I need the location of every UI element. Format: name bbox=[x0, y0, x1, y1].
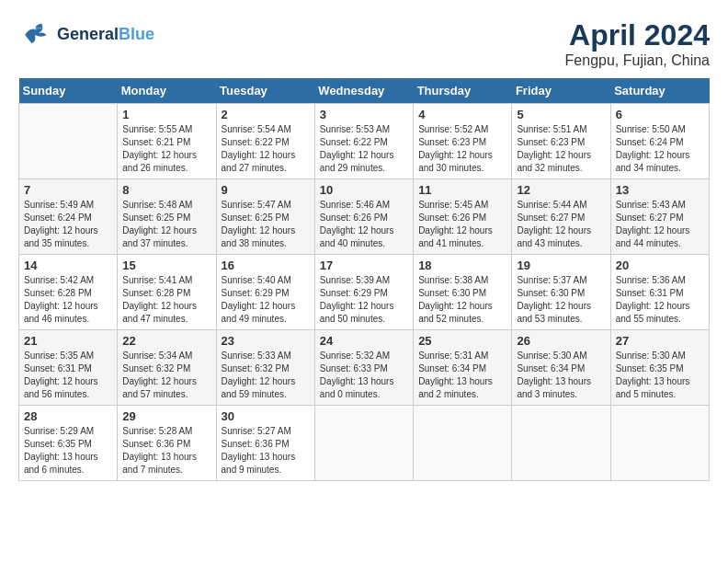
day-info: Sunrise: 5:32 AM Sunset: 6:33 PM Dayligh… bbox=[320, 350, 408, 401]
day-number: 22 bbox=[122, 334, 210, 348]
title-block: April 2024 Fengpu, Fujian, China bbox=[565, 18, 710, 69]
day-number: 2 bbox=[222, 108, 310, 121]
calendar-day-cell bbox=[19, 104, 118, 179]
logo-icon bbox=[18, 18, 51, 52]
calendar-day-cell: 25Sunrise: 5:31 AM Sunset: 6:34 PM Dayli… bbox=[414, 330, 512, 406]
calendar-day-cell: 23Sunrise: 5:33 AM Sunset: 6:32 PM Dayli… bbox=[216, 330, 314, 406]
location-title: Fengpu, Fujian, China bbox=[565, 52, 710, 69]
calendar-day-cell: 10Sunrise: 5:46 AM Sunset: 6:26 PM Dayli… bbox=[314, 179, 413, 255]
day-number: 4 bbox=[418, 108, 506, 121]
day-number: 8 bbox=[122, 183, 210, 197]
calendar-body: 1Sunrise: 5:55 AM Sunset: 6:21 PM Daylig… bbox=[19, 104, 710, 481]
day-number: 11 bbox=[418, 183, 506, 197]
calendar-day-cell bbox=[512, 406, 610, 481]
calendar-day-cell: 8Sunrise: 5:48 AM Sunset: 6:25 PM Daylig… bbox=[118, 179, 216, 255]
day-number: 24 bbox=[320, 334, 408, 348]
day-info: Sunrise: 5:41 AM Sunset: 6:28 PM Dayligh… bbox=[122, 274, 210, 326]
day-number: 5 bbox=[517, 108, 605, 121]
day-number: 27 bbox=[616, 334, 704, 348]
day-info: Sunrise: 5:34 AM Sunset: 6:32 PM Dayligh… bbox=[122, 350, 210, 401]
day-number: 29 bbox=[122, 409, 210, 423]
day-info: Sunrise: 5:48 AM Sunset: 6:25 PM Dayligh… bbox=[122, 199, 210, 250]
day-number: 15 bbox=[122, 259, 210, 272]
calendar-day-cell: 21Sunrise: 5:35 AM Sunset: 6:31 PM Dayli… bbox=[19, 330, 118, 406]
weekday-header-cell: Monday bbox=[118, 78, 216, 104]
calendar-day-cell: 13Sunrise: 5:43 AM Sunset: 6:27 PM Dayli… bbox=[610, 179, 709, 255]
calendar-day-cell: 1Sunrise: 5:55 AM Sunset: 6:21 PM Daylig… bbox=[118, 104, 216, 179]
day-info: Sunrise: 5:33 AM Sunset: 6:32 PM Dayligh… bbox=[222, 350, 310, 401]
day-info: Sunrise: 5:35 AM Sunset: 6:31 PM Dayligh… bbox=[24, 350, 112, 401]
weekday-header-cell: Saturday bbox=[610, 78, 709, 104]
calendar-day-cell: 18Sunrise: 5:38 AM Sunset: 6:30 PM Dayli… bbox=[414, 255, 512, 330]
calendar-day-cell: 28Sunrise: 5:29 AM Sunset: 6:35 PM Dayli… bbox=[19, 406, 118, 481]
day-info: Sunrise: 5:42 AM Sunset: 6:28 PM Dayligh… bbox=[24, 274, 112, 326]
day-info: Sunrise: 5:30 AM Sunset: 6:34 PM Dayligh… bbox=[517, 350, 605, 401]
calendar-day-cell: 14Sunrise: 5:42 AM Sunset: 6:28 PM Dayli… bbox=[19, 255, 118, 330]
calendar-day-cell: 16Sunrise: 5:40 AM Sunset: 6:29 PM Dayli… bbox=[216, 255, 314, 330]
weekday-header-cell: Sunday bbox=[19, 78, 118, 104]
day-number: 25 bbox=[418, 334, 506, 348]
day-info: Sunrise: 5:36 AM Sunset: 6:31 PM Dayligh… bbox=[616, 274, 704, 326]
day-info: Sunrise: 5:31 AM Sunset: 6:34 PM Dayligh… bbox=[418, 350, 506, 401]
calendar-week-row: 28Sunrise: 5:29 AM Sunset: 6:35 PM Dayli… bbox=[19, 406, 710, 481]
day-number: 20 bbox=[616, 259, 704, 272]
day-number: 6 bbox=[616, 108, 704, 121]
calendar-day-cell: 12Sunrise: 5:44 AM Sunset: 6:27 PM Dayli… bbox=[512, 179, 610, 255]
calendar-day-cell: 27Sunrise: 5:30 AM Sunset: 6:35 PM Dayli… bbox=[610, 330, 709, 406]
calendar-day-cell: 5Sunrise: 5:51 AM Sunset: 6:23 PM Daylig… bbox=[512, 104, 610, 179]
day-info: Sunrise: 5:53 AM Sunset: 6:22 PM Dayligh… bbox=[320, 123, 408, 175]
calendar-day-cell bbox=[314, 406, 413, 481]
day-info: Sunrise: 5:40 AM Sunset: 6:29 PM Dayligh… bbox=[222, 274, 310, 326]
day-number: 26 bbox=[517, 334, 605, 348]
day-number: 21 bbox=[24, 334, 112, 348]
day-number: 9 bbox=[222, 183, 310, 197]
page-header: GeneralBlue April 2024 Fengpu, Fujian, C… bbox=[18, 18, 710, 69]
day-info: Sunrise: 5:50 AM Sunset: 6:24 PM Dayligh… bbox=[616, 123, 704, 175]
month-title: April 2024 bbox=[565, 18, 710, 52]
calendar-day-cell: 19Sunrise: 5:37 AM Sunset: 6:30 PM Dayli… bbox=[512, 255, 610, 330]
calendar-day-cell: 11Sunrise: 5:45 AM Sunset: 6:26 PM Dayli… bbox=[414, 179, 512, 255]
calendar-week-row: 7Sunrise: 5:49 AM Sunset: 6:24 PM Daylig… bbox=[19, 179, 710, 255]
calendar-day-cell bbox=[414, 406, 512, 481]
day-number: 19 bbox=[517, 259, 605, 272]
calendar-day-cell: 20Sunrise: 5:36 AM Sunset: 6:31 PM Dayli… bbox=[610, 255, 709, 330]
calendar-day-cell: 15Sunrise: 5:41 AM Sunset: 6:28 PM Dayli… bbox=[118, 255, 216, 330]
day-info: Sunrise: 5:49 AM Sunset: 6:24 PM Dayligh… bbox=[24, 199, 112, 250]
calendar-day-cell: 3Sunrise: 5:53 AM Sunset: 6:22 PM Daylig… bbox=[314, 104, 413, 179]
calendar-day-cell: 22Sunrise: 5:34 AM Sunset: 6:32 PM Dayli… bbox=[118, 330, 216, 406]
calendar-week-row: 1Sunrise: 5:55 AM Sunset: 6:21 PM Daylig… bbox=[19, 104, 710, 179]
day-number: 13 bbox=[616, 183, 704, 197]
day-number: 18 bbox=[418, 259, 506, 272]
calendar-day-cell: 17Sunrise: 5:39 AM Sunset: 6:29 PM Dayli… bbox=[314, 255, 413, 330]
day-number: 7 bbox=[24, 183, 112, 197]
calendar-day-cell: 24Sunrise: 5:32 AM Sunset: 6:33 PM Dayli… bbox=[314, 330, 413, 406]
calendar-week-row: 21Sunrise: 5:35 AM Sunset: 6:31 PM Dayli… bbox=[19, 330, 710, 406]
day-info: Sunrise: 5:43 AM Sunset: 6:27 PM Dayligh… bbox=[616, 199, 704, 250]
day-number: 3 bbox=[320, 108, 408, 121]
weekday-header-cell: Tuesday bbox=[216, 78, 314, 104]
calendar-week-row: 14Sunrise: 5:42 AM Sunset: 6:28 PM Dayli… bbox=[19, 255, 710, 330]
day-number: 16 bbox=[222, 259, 310, 272]
weekday-header-cell: Wednesday bbox=[314, 78, 413, 104]
logo-text: GeneralBlue bbox=[57, 26, 154, 44]
calendar-day-cell: 29Sunrise: 5:28 AM Sunset: 6:36 PM Dayli… bbox=[118, 406, 216, 481]
day-info: Sunrise: 5:47 AM Sunset: 6:25 PM Dayligh… bbox=[222, 199, 310, 250]
weekday-header-cell: Friday bbox=[512, 78, 610, 104]
day-info: Sunrise: 5:55 AM Sunset: 6:21 PM Dayligh… bbox=[122, 123, 210, 175]
calendar-day-cell bbox=[610, 406, 709, 481]
day-info: Sunrise: 5:54 AM Sunset: 6:22 PM Dayligh… bbox=[222, 123, 310, 175]
day-info: Sunrise: 5:38 AM Sunset: 6:30 PM Dayligh… bbox=[418, 274, 506, 326]
day-info: Sunrise: 5:27 AM Sunset: 6:36 PM Dayligh… bbox=[222, 425, 310, 477]
day-info: Sunrise: 5:29 AM Sunset: 6:35 PM Dayligh… bbox=[24, 425, 112, 477]
day-info: Sunrise: 5:37 AM Sunset: 6:30 PM Dayligh… bbox=[517, 274, 605, 326]
day-number: 28 bbox=[24, 409, 112, 423]
calendar-day-cell: 26Sunrise: 5:30 AM Sunset: 6:34 PM Dayli… bbox=[512, 330, 610, 406]
day-number: 10 bbox=[320, 183, 408, 197]
day-info: Sunrise: 5:39 AM Sunset: 6:29 PM Dayligh… bbox=[320, 274, 408, 326]
day-info: Sunrise: 5:45 AM Sunset: 6:26 PM Dayligh… bbox=[418, 199, 506, 250]
day-number: 23 bbox=[222, 334, 310, 348]
logo: GeneralBlue bbox=[18, 18, 154, 52]
day-number: 1 bbox=[122, 108, 210, 121]
day-number: 14 bbox=[24, 259, 112, 272]
calendar-day-cell: 2Sunrise: 5:54 AM Sunset: 6:22 PM Daylig… bbox=[216, 104, 314, 179]
